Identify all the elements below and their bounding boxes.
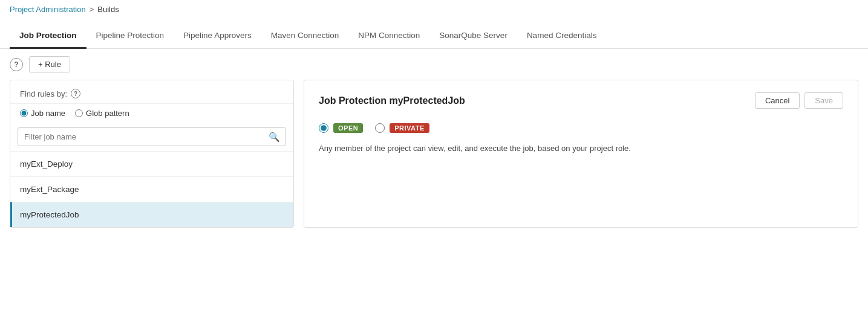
tab-pipeline-protection[interactable]: Pipeline Protection bbox=[86, 24, 174, 49]
radio-job-name-label: Job name bbox=[31, 109, 65, 118]
find-rules-header: Find rules by: ? bbox=[10, 80, 293, 104]
panel-title: Job Protection myProtectedJob bbox=[319, 95, 465, 106]
radio-glob-pattern-input[interactable] bbox=[75, 109, 83, 117]
save-button[interactable]: Save bbox=[804, 92, 843, 109]
radio-job-name-input[interactable] bbox=[20, 109, 28, 117]
open-badge: OPEN bbox=[333, 123, 363, 133]
breadcrumb: Project Administration > Builds bbox=[0, 0, 868, 19]
tabs-bar: Job Protection Pipeline Protection Pipel… bbox=[0, 24, 868, 49]
protection-option-open[interactable]: OPEN bbox=[319, 123, 363, 133]
tab-maven-connection[interactable]: Maven Connection bbox=[261, 24, 349, 49]
protection-option-private[interactable]: PRIVATE bbox=[375, 123, 429, 133]
right-panel: Job Protection myProtectedJob Cancel Sav… bbox=[304, 80, 858, 228]
radio-group: Job name Glob pattern bbox=[10, 104, 293, 123]
breadcrumb-current: Builds bbox=[97, 5, 119, 14]
breadcrumb-separator: > bbox=[90, 5, 94, 14]
filter-wrap: 🔍 bbox=[10, 123, 293, 151]
help-icon-button[interactable]: ? bbox=[10, 58, 23, 71]
cancel-button[interactable]: Cancel bbox=[755, 92, 800, 109]
job-list-item-myProtectedJob[interactable]: myProtectedJob bbox=[10, 202, 293, 227]
search-icon[interactable]: 🔍 bbox=[269, 132, 280, 143]
content-area: Find rules by: ? Job name Glob pattern 🔍… bbox=[0, 80, 868, 237]
panel-actions: Cancel Save bbox=[755, 92, 843, 109]
job-list-item-myExt_Package[interactable]: myExt_Package bbox=[10, 176, 293, 202]
tab-npm-connection[interactable]: NPM Connection bbox=[348, 24, 429, 49]
radio-glob-pattern-label: Glob pattern bbox=[86, 109, 129, 118]
description-text: Any member of the project can view, edit… bbox=[319, 143, 843, 155]
protection-radio-private[interactable] bbox=[375, 123, 385, 133]
filter-input[interactable] bbox=[18, 127, 286, 146]
private-badge: PRIVATE bbox=[390, 123, 429, 133]
radio-job-name[interactable]: Job name bbox=[20, 109, 65, 118]
tab-job-protection[interactable]: Job Protection bbox=[10, 24, 86, 49]
protection-radio-open[interactable] bbox=[319, 123, 328, 133]
add-rule-button[interactable]: + Rule bbox=[29, 56, 70, 72]
right-panel-header: Job Protection myProtectedJob Cancel Sav… bbox=[319, 92, 843, 109]
find-rules-label: Find rules by: bbox=[20, 89, 67, 98]
tab-pipeline-approvers[interactable]: Pipeline Approvers bbox=[174, 24, 261, 49]
left-panel: Find rules by: ? Job name Glob pattern 🔍… bbox=[10, 80, 294, 228]
toolbar: ? + Rule bbox=[0, 49, 868, 80]
page-wrapper: Project Administration > Builds Job Prot… bbox=[0, 0, 868, 334]
protection-options: OPEN PRIVATE bbox=[319, 123, 843, 133]
radio-glob-pattern[interactable]: Glob pattern bbox=[75, 109, 129, 118]
tab-sonarqube-server[interactable]: SonarQube Server bbox=[429, 24, 517, 49]
breadcrumb-link[interactable]: Project Administration bbox=[10, 5, 86, 14]
job-list-item-myExt_Deploy[interactable]: myExt_Deploy bbox=[10, 151, 293, 176]
find-rules-help-icon[interactable]: ? bbox=[71, 89, 80, 98]
tab-named-credentials[interactable]: Named Credentials bbox=[517, 24, 607, 49]
